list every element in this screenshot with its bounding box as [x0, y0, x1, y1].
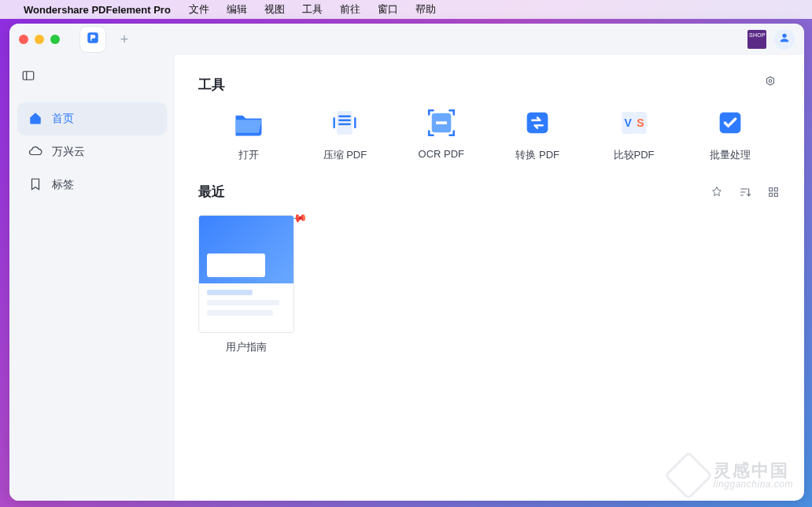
pin-icon: [710, 185, 724, 199]
shop-now-button[interactable]: [747, 30, 766, 49]
svg-rect-15: [770, 187, 773, 191]
sort-button[interactable]: [738, 185, 752, 199]
svg-rect-17: [770, 193, 773, 196]
compress-icon: [327, 105, 362, 140]
home-icon: [28, 111, 42, 128]
menubar-item-window[interactable]: 窗口: [369, 2, 407, 17]
watermark: 灵感中国 lingganchina.com: [671, 458, 793, 493]
pin-filter-button[interactable]: [710, 185, 724, 199]
tool-label: 批量处理: [710, 148, 751, 162]
compare-icon: VS: [617, 105, 651, 140]
svg-point-5: [769, 80, 771, 82]
tool-batch[interactable]: 批量处理: [683, 105, 777, 162]
tool-compress[interactable]: 压缩 PDF: [297, 105, 392, 162]
svg-rect-9: [527, 113, 548, 134]
menubar-item-view[interactable]: 视图: [256, 2, 293, 17]
tools-settings-button[interactable]: [760, 74, 781, 94]
bookmark-icon: [28, 177, 42, 194]
svg-rect-18: [774, 193, 777, 196]
svg-rect-16: [774, 187, 777, 191]
tool-convert[interactable]: 转换 PDF: [490, 105, 585, 162]
tool-label: 打开: [238, 148, 259, 162]
svg-text:V: V: [624, 117, 632, 129]
svg-rect-2: [23, 72, 34, 80]
convert-icon: [520, 105, 555, 140]
panel-icon: [21, 68, 35, 86]
recent-section-title: 最近: [198, 183, 225, 201]
user-icon: [778, 31, 791, 47]
grid-icon: [766, 185, 781, 199]
zoom-button[interactable]: [50, 35, 60, 44]
menubar-app-name[interactable]: Wondershare PDFelement Pro: [20, 4, 180, 16]
app-logo-icon: [86, 31, 100, 48]
traffic-lights: [19, 35, 60, 44]
recent-action-bar: [710, 185, 781, 199]
sidebar-item-home[interactable]: 首页: [17, 102, 167, 135]
svg-marker-4: [767, 77, 774, 86]
tool-compare[interactable]: VS 比较PDF: [587, 105, 681, 162]
recent-grid: 📌 用户指南: [198, 215, 781, 354]
sidebar-item-label: 万兴云: [52, 145, 85, 159]
document-thumbnail: [198, 215, 294, 333]
account-avatar[interactable]: [774, 29, 795, 50]
home-tab[interactable]: [80, 27, 105, 52]
tool-label: OCR PDF: [419, 148, 465, 160]
svg-point-1: [782, 34, 786, 38]
sidebar-item-label: 首页: [52, 112, 74, 126]
batch-icon: [713, 105, 747, 140]
sidebar-item-label: 标签: [52, 178, 74, 192]
sidebar-item-cloud[interactable]: 万兴云: [17, 135, 167, 168]
document-label: 用户指南: [198, 341, 294, 354]
close-button[interactable]: [19, 35, 28, 44]
tool-label: 比较PDF: [614, 148, 655, 162]
watermark-text-zh: 灵感中国: [714, 462, 793, 479]
svg-rect-6: [337, 111, 352, 135]
watermark-text-en: lingganchina.com: [714, 479, 793, 489]
menubar-item-file[interactable]: 文件: [180, 2, 218, 17]
ocr-icon: [424, 105, 459, 140]
watermark-logo-icon: [663, 451, 712, 500]
window-titlebar: +: [9, 24, 804, 55]
svg-rect-8: [436, 121, 447, 124]
svg-text:S: S: [637, 117, 644, 129]
tool-open[interactable]: 打开: [201, 105, 296, 162]
cloud-icon: [28, 144, 42, 161]
view-toggle-button[interactable]: [766, 185, 781, 199]
menubar-item-tools[interactable]: 工具: [293, 2, 331, 17]
sort-icon: [738, 185, 752, 199]
minimize-button[interactable]: [35, 35, 44, 44]
recent-document[interactable]: 📌 用户指南: [198, 215, 294, 354]
collapse-sidebar-button[interactable]: [17, 66, 39, 88]
sidebar-item-bookmark[interactable]: 标签: [17, 168, 167, 202]
menubar-item-go[interactable]: 前往: [331, 2, 369, 17]
tools-row: 打开 压缩 PDF OCR PDF: [198, 105, 781, 162]
sidebar: 首页 万兴云 标签: [9, 55, 175, 501]
open-folder-icon: [231, 105, 266, 140]
tools-section-title: 工具: [198, 76, 225, 94]
mac-menubar: Wondershare PDFelement Pro 文件 编辑 视图 工具 前…: [0, 0, 812, 19]
gear-icon: [763, 76, 777, 93]
menubar-item-edit[interactable]: 编辑: [218, 2, 256, 17]
main-content: 工具 打开 压缩 PDF: [175, 55, 804, 501]
app-window: + 首页: [9, 24, 804, 501]
tool-label: 转换 PDF: [515, 148, 559, 162]
tool-label: 压缩 PDF: [323, 148, 367, 162]
new-tab-button[interactable]: +: [113, 28, 135, 50]
menubar-item-help[interactable]: 帮助: [407, 2, 445, 17]
tool-ocr[interactable]: OCR PDF: [394, 105, 489, 162]
